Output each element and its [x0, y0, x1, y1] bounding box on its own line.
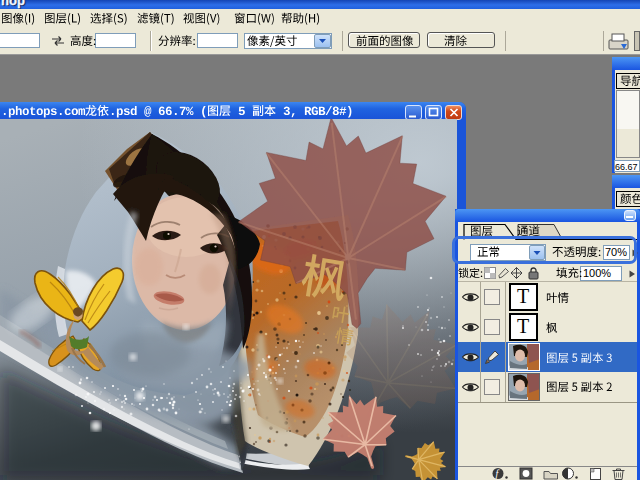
svg-text:70%: 70%: [605, 246, 627, 258]
svg-text:66.67: 66.67: [615, 162, 638, 172]
svg-text:100%: 100%: [583, 267, 611, 279]
